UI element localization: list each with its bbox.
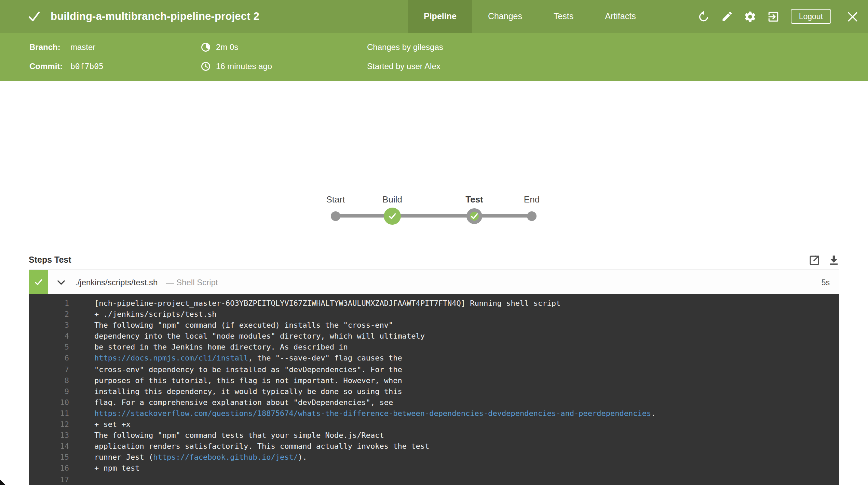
started-by: Started by user Alex bbox=[367, 62, 440, 71]
log-link[interactable]: https://facebook.github.io/jest/ bbox=[153, 453, 298, 462]
stage-label-build: Build bbox=[382, 194, 402, 205]
run-tabs: Pipeline Changes Tests Artifacts bbox=[408, 0, 652, 33]
console-line-number: 4 bbox=[29, 331, 69, 342]
log-text: purposes of this tutorial, this flag is … bbox=[94, 376, 402, 385]
console-log[interactable]: 1[nch-pipeline-project_master-6O3YBZPEIT… bbox=[29, 294, 839, 485]
commit-value: b0f7b05 bbox=[70, 62, 104, 71]
console-line-text: runner Jest (https://facebook.github.io/… bbox=[94, 453, 307, 463]
download-log-icon[interactable] bbox=[820, 253, 839, 267]
console-line-number: 5 bbox=[29, 342, 69, 353]
console-line-text: + npm test bbox=[94, 463, 139, 474]
duration-icon bbox=[201, 42, 211, 52]
console-line-text: [nch-pipeline-project_master-6O3YBZPEITQ… bbox=[94, 298, 560, 309]
console-line-text: "cross-env" dependency to be installed a… bbox=[94, 364, 402, 375]
branch-value: master bbox=[70, 42, 95, 52]
console-line-number: 7 bbox=[29, 364, 69, 375]
log-text: + ./jenkins/scripts/test.sh bbox=[94, 310, 217, 319]
stage-node-build[interactable] bbox=[384, 208, 401, 225]
commit-label: Commit: bbox=[29, 62, 63, 71]
tab-changes[interactable]: Changes bbox=[472, 0, 538, 33]
console-line: 4dependency into the local "node_modules… bbox=[29, 331, 839, 342]
step-kind: — Shell Script bbox=[166, 277, 218, 287]
log-link[interactable]: https://docs.npmjs.com/cli/install bbox=[94, 354, 248, 363]
clock-icon bbox=[201, 62, 211, 71]
console-line-text: be stored in the Jenkins home directory.… bbox=[94, 342, 348, 353]
open-log-external-icon[interactable] bbox=[801, 253, 820, 267]
close-icon[interactable] bbox=[837, 0, 868, 33]
blue-ocean-pipeline-page: building-a-multibranch-pipeline-project … bbox=[0, 0, 868, 485]
exit-to-app-icon[interactable] bbox=[762, 0, 785, 33]
console-line-text: https://stackoverflow.com/questions/1887… bbox=[94, 408, 655, 419]
log-text: The following "npm" command (if executed… bbox=[94, 321, 393, 330]
step-success-icon bbox=[29, 270, 48, 294]
mouse-cursor bbox=[0, 480, 5, 485]
console-line: 2+ ./jenkins/scripts/test.sh bbox=[29, 309, 839, 320]
console-line: 17 bbox=[29, 474, 839, 485]
console-line-number: 9 bbox=[29, 386, 69, 397]
console-line: 5be stored in the Jenkins home directory… bbox=[29, 342, 839, 353]
console-line-number: 3 bbox=[29, 320, 69, 331]
log-text: The following "npm" command tests that y… bbox=[94, 431, 384, 440]
console-line: 14application renders satisfactorily. Th… bbox=[29, 441, 839, 452]
step-row-shell-script[interactable]: ./jenkins/scripts/test.sh — Shell Script… bbox=[29, 270, 839, 294]
rerun-icon[interactable] bbox=[692, 0, 716, 33]
console-line-number: 14 bbox=[29, 441, 69, 452]
console-line-number: 13 bbox=[29, 430, 69, 441]
chevron-down-icon[interactable] bbox=[57, 279, 65, 285]
stage-label-test: Test bbox=[465, 194, 483, 205]
run-header-bar: building-a-multibranch-pipeline-project … bbox=[0, 0, 868, 33]
log-text: application renders satisfactorily. This… bbox=[94, 442, 429, 451]
console-line-text: The following "npm" command tests that y… bbox=[94, 430, 384, 441]
console-line-number: 1 bbox=[29, 298, 69, 309]
edit-icon[interactable] bbox=[716, 0, 739, 33]
console-line: 3The following "npm" command (if execute… bbox=[29, 320, 839, 331]
logout-button[interactable]: Logout bbox=[791, 9, 831, 24]
run-meta-bar: Branch: master 2m 0s Changes by gilesgas… bbox=[0, 33, 868, 81]
console-line-number: 16 bbox=[29, 463, 69, 474]
stage-label-start: Start bbox=[326, 194, 345, 205]
tab-tests[interactable]: Tests bbox=[538, 0, 589, 33]
branch-label: Branch: bbox=[29, 42, 60, 52]
step-name: ./jenkins/scripts/test.sh bbox=[75, 277, 158, 287]
console-line-text: + ./jenkins/scripts/test.sh bbox=[94, 309, 217, 320]
log-text: + npm test bbox=[94, 464, 139, 473]
console-line-number: 8 bbox=[29, 375, 69, 386]
console-line-number: 12 bbox=[29, 419, 69, 430]
stage-node-end[interactable] bbox=[527, 211, 537, 221]
log-link[interactable]: https://stackoverflow.com/questions/1887… bbox=[94, 409, 651, 418]
pipeline-graph: Start Build Test End bbox=[0, 81, 868, 258]
header-actions: Logout bbox=[692, 0, 868, 33]
log-text: , the "--save-dev" flag causes the bbox=[248, 354, 402, 363]
settings-icon[interactable] bbox=[739, 0, 762, 33]
duration-value: 2m 0s bbox=[216, 42, 238, 52]
log-text: flag. For a comprehensive explanation ab… bbox=[94, 398, 393, 407]
stage-node-start[interactable] bbox=[331, 211, 340, 221]
tab-artifacts[interactable]: Artifacts bbox=[589, 0, 651, 33]
console-line: 15runner Jest (https://facebook.github.i… bbox=[29, 453, 839, 463]
run-success-check-icon bbox=[27, 10, 41, 23]
console-line-text: application renders satisfactorily. This… bbox=[94, 441, 429, 452]
console-line-text: purposes of this tutorial, this flag is … bbox=[94, 375, 402, 386]
console-line-text: installing this dependency, it would typ… bbox=[94, 386, 402, 397]
changes-by: Changes by gilesgas bbox=[367, 42, 443, 52]
time-ago-value: 16 minutes ago bbox=[216, 62, 272, 71]
console-line-number: 10 bbox=[29, 397, 69, 408]
log-text: [nch-pipeline-project_master-6O3YBZPEITQ… bbox=[94, 299, 560, 308]
console-line: 10flag. For a comprehensive explanation … bbox=[29, 397, 839, 408]
log-text: runner Jest ( bbox=[94, 453, 153, 462]
run-title: building-a-multibranch-pipeline-project … bbox=[51, 10, 259, 23]
steps-heading: Steps Test bbox=[29, 255, 71, 265]
tab-pipeline[interactable]: Pipeline bbox=[408, 0, 472, 33]
console-line: 16+ npm test bbox=[29, 463, 839, 474]
log-text: installing this dependency, it would typ… bbox=[94, 387, 402, 396]
log-text: be stored in the Jenkins home directory.… bbox=[94, 343, 348, 352]
console-line: 13The following "npm" command tests that… bbox=[29, 430, 839, 441]
pipeline-edge-line bbox=[336, 214, 532, 218]
console-line: 8purposes of this tutorial, this flag is… bbox=[29, 375, 839, 386]
console-line-number: 11 bbox=[29, 408, 69, 419]
stage-node-test[interactable] bbox=[466, 208, 482, 224]
console-line-number: 2 bbox=[29, 309, 69, 320]
console-line-text: The following "npm" command (if executed… bbox=[94, 320, 393, 331]
console-line: 6https://docs.npmjs.com/cli/install, the… bbox=[29, 353, 839, 364]
stage-label-end: End bbox=[524, 194, 540, 205]
